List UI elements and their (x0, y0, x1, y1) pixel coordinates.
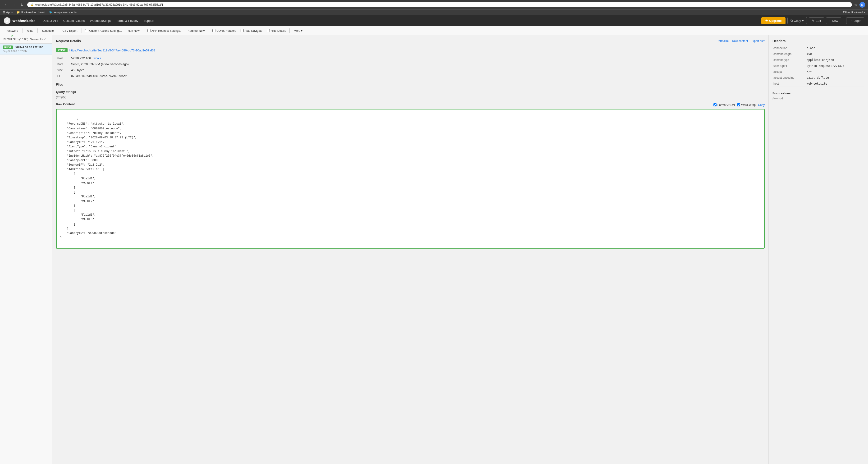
size-row: Size 450 bytes (56, 67, 765, 73)
login-icon: → (849, 19, 852, 23)
auto-navigate-checkbox[interactable]: Auto Navigate (239, 29, 264, 32)
header-key-user-agent: user-agent (773, 63, 806, 69)
header-key-accept-encoding: accept-encoding (773, 75, 806, 81)
word-wrap-label[interactable]: Word-Wrap (737, 103, 756, 106)
nav-custom-actions[interactable]: Custom Actions (61, 18, 87, 24)
header-row-content-type: content-type application/json (773, 57, 864, 63)
header-row-host: host webhook.site (773, 81, 864, 87)
star-icon: ★ (765, 19, 768, 23)
nav-docs[interactable]: Docs & API (40, 18, 60, 24)
header-val-connection: close (806, 45, 864, 51)
xhr-check[interactable] (148, 29, 151, 32)
bookmark-canary[interactable]: 🐦 setup.canary.tools/ (49, 11, 77, 14)
request-url-full[interactable]: https://webhook.site/3ec819a5-347a-4086-… (69, 49, 155, 52)
subnav-run-now[interactable]: Run Now (125, 28, 142, 34)
nav-webhookscript[interactable]: WebhookScript (88, 18, 113, 24)
request-url-sidebar: #078a9 52.30.222.166 (15, 46, 43, 49)
raw-content-text: { "ReverseDNS": "attacker-ip.local", "Ca… (60, 118, 154, 239)
subnav-password[interactable]: Password (3, 28, 21, 34)
whois-link[interactable]: whois (94, 57, 101, 60)
nav-terms[interactable]: Terms & Privacy (114, 18, 141, 24)
header-key-accept: accept (773, 69, 806, 75)
custom-actions-check[interactable] (85, 29, 88, 32)
files-title: Files (56, 83, 765, 86)
request-item-top: POST #078a9 52.30.222.166 (3, 45, 49, 49)
request-item[interactable]: POST #078a9 52.30.222.166 Sep 3, 2020 8:… (0, 43, 52, 55)
cors-check[interactable] (212, 29, 215, 32)
logo-circle: W (4, 17, 10, 24)
login-button[interactable]: → Login (846, 17, 864, 24)
main-layout: REQUESTS (1/500) Newest First POST #078a… (0, 35, 868, 464)
section-actions: Permalink Raw content Export as ▾ (717, 39, 765, 43)
address-bar[interactable]: 🔒 webhook.site/#/3ec819a5-347a-4086-bb73… (27, 2, 852, 7)
canary-label: setup.canary.tools/ (54, 11, 77, 14)
method-badge: POST (3, 45, 13, 49)
raw-copy-link[interactable]: Copy (758, 103, 765, 106)
query-strings-value: (empty) (56, 95, 765, 99)
forward-button[interactable]: → (11, 2, 18, 7)
nav-support[interactable]: Support (141, 18, 157, 24)
subnav-alias[interactable]: Alias (24, 28, 36, 34)
requests-count: REQUESTS (1/500) (3, 38, 28, 41)
subnav-redirect-now[interactable]: Redirect Now (185, 28, 208, 34)
headers-table: connection close content-length 450 cont… (773, 45, 864, 87)
star-button[interactable]: ☆ (854, 3, 858, 7)
files-section: Files (56, 83, 765, 86)
plus-icon: + (829, 19, 831, 23)
export-dropdown[interactable]: Export as ▾ (751, 39, 765, 43)
app-logo: W Webhook.site (4, 17, 35, 24)
other-bookmarks[interactable]: Other Bookmarks (843, 11, 865, 14)
copy-button[interactable]: ⧉ Copy ▾ (787, 17, 807, 24)
date-value: Sep 3, 2020 8:37 PM (a few seconds ago) (70, 61, 765, 67)
request-details-title: Request Details (56, 39, 81, 43)
header-key-connection: connection (773, 45, 806, 51)
subnav-more[interactable]: More ▾ (291, 28, 306, 34)
url-row: POST https://webhook.site/3ec819a5-347a-… (56, 48, 765, 52)
word-wrap-check[interactable] (737, 103, 740, 106)
sidebar: REQUESTS (1/500) Newest First POST #078a… (0, 35, 52, 464)
form-values-empty: (empty) (773, 96, 864, 100)
reload-button[interactable]: ↻ (19, 2, 25, 8)
sidebar-header: REQUESTS (1/500) Newest First (0, 35, 52, 43)
id-value: 078a991c-6f4d-48c3-92ba-767f073f35c2 (70, 73, 765, 79)
bookmark-thinkst[interactable]: 📁 Bookmarks-Thinkst (17, 11, 45, 14)
auto-navigate-check[interactable] (241, 29, 244, 32)
hide-details-checkbox[interactable]: Hide Details (265, 29, 288, 32)
details-header: Request Details Permalink Raw content Ex… (56, 39, 765, 45)
permalink-link[interactable]: Permalink (717, 39, 729, 43)
host-value: 52.30.222.166 whois (70, 55, 765, 61)
header-val-content-type: application/json (806, 57, 864, 63)
raw-content-title: Raw Content (56, 102, 75, 106)
format-json-label[interactable]: Format JSON (713, 103, 735, 106)
header-val-content-length: 450 (806, 51, 864, 57)
raw-content-section: Raw Content Format JSON Word-Wrap Copy (56, 102, 765, 249)
subnav-div7 (289, 28, 290, 33)
apps-icon: ⊞ (3, 11, 5, 14)
back-button[interactable]: ← (3, 2, 9, 7)
subnav-schedule[interactable]: Schedule (39, 28, 57, 34)
subnav-div3 (58, 28, 58, 33)
query-strings-title: Query strings (56, 90, 765, 94)
header-row-user-agent: user-agent python-requests/2.13.0 (773, 63, 864, 69)
custom-actions-checkbox[interactable]: Custom Actions Settings... (83, 29, 124, 32)
new-button[interactable]: + New (826, 17, 841, 24)
query-strings-section: Query strings (empty) (56, 90, 765, 99)
raw-content-link[interactable]: Raw content (732, 39, 748, 43)
bookmark-apps[interactable]: ⊞ Apps (3, 11, 12, 14)
header-row-accept-encoding: accept-encoding gzip, deflate (773, 75, 864, 81)
sub-nav: Password Alias Schedule CSV Export Custo… (0, 26, 868, 35)
header-val-accept: */* (806, 69, 864, 75)
thinkst-label: Bookmarks-Thinkst (21, 11, 45, 14)
format-json-check[interactable] (713, 103, 717, 106)
cors-checkbox[interactable]: CORS Headers (211, 29, 238, 32)
hide-details-check[interactable] (267, 29, 270, 32)
content-area: Request Details Permalink Raw content Ex… (52, 35, 868, 464)
url-text: webhook.site/#/3ec819a5-347a-4086-bb73-1… (35, 3, 163, 6)
date-row: Date Sep 3, 2020 8:37 PM (a few seconds … (56, 61, 765, 67)
xhr-redirect-checkbox[interactable]: XHR Redirect Settings... (146, 29, 184, 32)
subnav-csv[interactable]: CSV Export (60, 28, 80, 34)
upgrade-button[interactable]: ★ Upgrade (761, 17, 785, 24)
edit-button[interactable]: ✎ Edit (809, 17, 824, 24)
subnav-div4 (82, 28, 82, 33)
canary-icon: 🐦 (49, 11, 53, 14)
